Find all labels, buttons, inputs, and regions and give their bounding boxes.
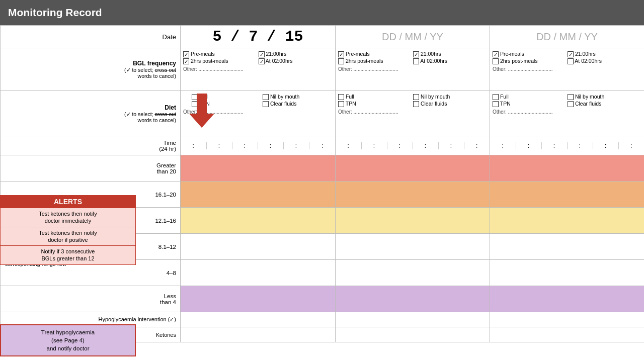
bgl-02h3: At 02:00hrs — [568, 58, 641, 64]
time-slot1-2[interactable]: : — [206, 142, 232, 149]
time-slot1-5[interactable]: : — [283, 142, 309, 149]
cb-02h2[interactable] — [413, 58, 419, 64]
time-slot3-6[interactable]: : — [618, 142, 644, 149]
range-12to16-date2 — [336, 208, 490, 234]
ketones-date3 — [490, 327, 645, 342]
range-16to20-date2 — [336, 182, 490, 208]
page: Monitoring Record Date 5 / 7 / 15 DD — [0, 0, 644, 362]
alerts-box: ALERTS Test ketones then notifydoctor im… — [0, 195, 136, 265]
cb-clear2[interactable] — [413, 101, 419, 107]
diet-tpn2: TPN — [338, 101, 412, 107]
bgl-02h1: At 02:00hrs — [259, 58, 333, 64]
diet-tpn3: TPN — [493, 101, 567, 107]
time-date3: : : : : : : — [490, 136, 645, 155]
cb-tpn2[interactable] — [338, 101, 344, 107]
time-slot3-1[interactable]: : — [490, 142, 516, 149]
diet-nil2: Nil by mouth — [413, 94, 487, 100]
diet-clear2: Clear fluids — [413, 101, 487, 107]
bgl-2hr2: 2hrs post-meals — [338, 58, 412, 64]
time-slot2-6[interactable]: : — [464, 142, 490, 149]
bgl-21h2: 21:00hrs — [413, 51, 487, 57]
diet-clear3: Clear fluids — [568, 101, 641, 107]
diet-date2: Full Nil by mouth TPN Clear fluids Other… — [336, 91, 490, 136]
bgl-premeal1: Pre-meals — [183, 51, 258, 57]
time-slot2-5[interactable]: : — [438, 142, 464, 149]
range-lt4-date1 — [181, 286, 336, 312]
date-col2[interactable]: DD / MM / YY — [336, 26, 490, 48]
alert-item-3: Notify if 3 consecutiveBGLs greater than… — [0, 246, 136, 265]
cb-02h3[interactable] — [568, 58, 574, 64]
cb-clear1[interactable] — [263, 101, 269, 107]
bgl-freq-date3: Pre-meals 21:00hrs 2hrs post-meals At 02… — [490, 48, 645, 91]
date-col3[interactable]: DD / MM / YY — [490, 26, 645, 48]
page-header: Monitoring Record — [0, 0, 644, 25]
down-arrow-icon — [187, 94, 217, 129]
time-slot1-3[interactable]: : — [232, 142, 258, 149]
svg-marker-0 — [189, 94, 214, 128]
bgl-2hr1: 2hrs post-meals — [183, 58, 258, 64]
diet-label: Diet (✓ to select; cross out words to ca… — [1, 91, 181, 136]
bgl-premeal2: Pre-meals — [338, 51, 412, 57]
time-slot1-4[interactable]: : — [258, 142, 283, 149]
time-slot1-1[interactable]: : — [181, 142, 206, 149]
cb-21h3[interactable] — [568, 51, 574, 57]
range-gt20-date1 — [181, 155, 336, 182]
cb-2hr2[interactable] — [338, 58, 344, 64]
time-label-cell: Time(24 hr) — [1, 136, 181, 155]
cb-clear3[interactable] — [568, 101, 574, 107]
time-slot3-5[interactable]: : — [593, 142, 618, 149]
time-slot1-6[interactable]: : — [309, 142, 336, 149]
range-gt20-label: Greaterthan 20 — [1, 155, 181, 182]
diet-date3: Full Nil by mouth TPN Clear fluids Other… — [490, 91, 645, 136]
range-lt4-row: Lessthan 4 — [1, 286, 645, 312]
cb-21h2[interactable] — [413, 51, 419, 57]
bgl-freq-date2: Pre-meals 21:00hrs 2hrs post-meals At 02… — [336, 48, 490, 91]
range-16to20-date1 — [181, 182, 336, 208]
bgl-21h3: 21:00hrs — [568, 51, 641, 57]
hypogly-date1 — [181, 312, 336, 327]
diet-full3: Full — [493, 94, 567, 100]
bgl-other1: Other: ................................ — [182, 66, 334, 72]
alerts-header: ALERTS — [0, 195, 136, 208]
time-date2: : : : : : : — [336, 136, 490, 155]
range-8to12-date1 — [181, 234, 336, 260]
range-lt4-date3 — [490, 286, 645, 312]
range-4to8-date2 — [336, 260, 490, 286]
cb-premeal2[interactable] — [338, 51, 344, 57]
range-8to12-date3 — [490, 234, 645, 260]
cb-21h1[interactable] — [259, 51, 265, 57]
time-slot2-4[interactable]: : — [413, 142, 438, 149]
time-slot3-3[interactable]: : — [541, 142, 567, 149]
time-slot3-2[interactable]: : — [516, 142, 541, 149]
cb-02h1[interactable] — [259, 58, 265, 64]
range-16to20-date3 — [490, 182, 645, 208]
cb-2hr3[interactable] — [493, 58, 499, 64]
bgl-21h1: 21:00hrs — [259, 51, 333, 57]
cb-nil2[interactable] — [413, 94, 419, 100]
time-date1: : : : : : : — [181, 136, 336, 155]
cb-full2[interactable] — [338, 94, 344, 100]
hypogly-date3 — [490, 312, 645, 327]
cb-tpn3[interactable] — [493, 101, 499, 107]
bgl-other2: Other: ................................ — [337, 66, 489, 72]
diet-nil1: Nil by mouth — [263, 94, 333, 100]
time-slot3-4[interactable]: : — [567, 142, 593, 149]
date-label: Date — [1, 26, 181, 48]
cb-nil3[interactable] — [568, 94, 574, 100]
diet-row: Diet (✓ to select; cross out words to ca… — [1, 91, 645, 136]
cb-premeal1[interactable] — [183, 51, 189, 57]
time-label: Time(24 hr) — [159, 140, 176, 152]
date-col1[interactable]: 5 / 7 / 15 — [181, 26, 336, 48]
diet-date1: Full Nil by mouth TPN Clear fluids Other… — [181, 91, 336, 136]
time-slot2-1[interactable]: : — [336, 142, 361, 149]
time-slot2-3[interactable]: : — [387, 142, 413, 149]
bgl-premeal3: Pre-meals — [493, 51, 567, 57]
cb-nil1[interactable] — [263, 94, 269, 100]
cb-full3[interactable] — [493, 94, 499, 100]
cb-premeal3[interactable] — [493, 51, 499, 57]
alert-item-2: Test ketones then notifydoctor if positi… — [0, 227, 136, 246]
diet-nil3: Nil by mouth — [568, 94, 641, 100]
time-slot2-2[interactable]: : — [361, 142, 387, 149]
ketones-date2 — [336, 327, 490, 342]
cb-2hr1[interactable] — [183, 58, 189, 64]
